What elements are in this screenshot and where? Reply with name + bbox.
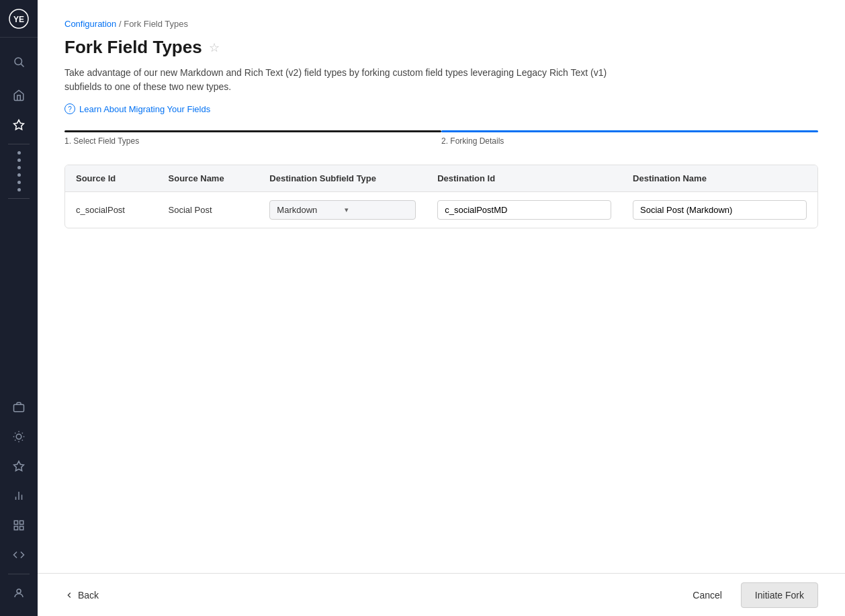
- dest-name-input[interactable]: [633, 200, 807, 220]
- sidebar-nav-dots: [17, 151, 21, 191]
- step-2-label: 2. Forking Details: [441, 136, 818, 146]
- svg-line-13: [15, 440, 15, 441]
- step-1: 1. Select Field Types: [64, 130, 441, 146]
- svg-rect-5: [14, 404, 24, 412]
- col-header-dest-name: Destination Name: [622, 165, 817, 192]
- sidebar-item-grid[interactable]: [5, 512, 32, 539]
- data-table: Source Id Source Name Destination Subfie…: [65, 165, 817, 228]
- svg-rect-19: [14, 521, 17, 524]
- sidebar-item-analytics[interactable]: [5, 482, 32, 509]
- table-body: c_socialPost Social Post Markdown ▾: [65, 192, 817, 228]
- sidebar-item-code[interactable]: [5, 541, 32, 568]
- learn-link[interactable]: ? Learn About Migrating Your Fields: [64, 103, 818, 114]
- cell-dest-subfield-type: Markdown ▾: [259, 192, 427, 228]
- page-area: Configuration / Fork Field Types Fork Fi…: [38, 0, 845, 573]
- footer-right: Cancel Initiate Fork: [682, 582, 818, 608]
- svg-text:YE: YE: [13, 15, 24, 24]
- table-head: Source Id Source Name Destination Subfie…: [65, 165, 817, 192]
- breadcrumb-parent-link[interactable]: Configuration: [64, 19, 116, 29]
- sidebar-item-stars[interactable]: [5, 453, 32, 480]
- svg-point-2: [15, 58, 22, 65]
- sidebar-item-lightbulb[interactable]: [5, 423, 32, 450]
- step-2: 2. Forking Details: [441, 130, 818, 146]
- cancel-button[interactable]: Cancel: [682, 584, 733, 606]
- svg-rect-22: [20, 527, 24, 530]
- favorite-star-icon[interactable]: ☆: [209, 40, 220, 55]
- breadcrumb-separator: /: [119, 19, 122, 29]
- svg-point-6: [16, 434, 21, 439]
- dest-subfield-type-select[interactable]: Markdown ▾: [269, 200, 416, 220]
- page-header: Fork Field Types ☆: [64, 37, 818, 58]
- sidebar-divider-1: [8, 144, 30, 144]
- sidebar-logo[interactable]: YE: [0, 0, 38, 38]
- cell-source-name: Social Post: [158, 192, 259, 228]
- page-description: Take advantage of our new Markdown and R…: [64, 66, 615, 94]
- svg-marker-15: [14, 461, 24, 471]
- cell-dest-id: [427, 192, 622, 228]
- svg-point-23: [17, 589, 21, 593]
- svg-line-9: [15, 433, 15, 433]
- sidebar-divider-3: [8, 574, 30, 574]
- sidebar-item-briefcase[interactable]: [5, 394, 32, 421]
- data-table-container: Source Id Source Name Destination Subfie…: [64, 165, 818, 228]
- col-header-dest-subfield-type: Destination Subfield Type: [259, 165, 427, 192]
- col-header-source-id: Source Id: [65, 165, 158, 192]
- svg-line-3: [21, 64, 24, 67]
- step-1-bar: [64, 130, 441, 132]
- svg-rect-20: [20, 521, 24, 524]
- main-content: Configuration / Fork Field Types Fork Fi…: [38, 0, 845, 616]
- steps-container: 1. Select Field Types 2. Forking Details: [64, 130, 818, 146]
- dest-subfield-type-value: Markdown: [277, 205, 341, 215]
- svg-marker-4: [14, 120, 24, 130]
- sidebar-item-api[interactable]: [5, 112, 32, 138]
- cell-dest-name: [622, 192, 817, 228]
- learn-link-label: Learn About Migrating Your Fields: [79, 104, 210, 114]
- learn-link-icon: ?: [64, 103, 75, 114]
- cell-source-id: c_socialPost: [65, 192, 158, 228]
- step-2-bar: [441, 130, 818, 132]
- svg-rect-21: [14, 527, 17, 530]
- dest-id-input[interactable]: [437, 200, 611, 220]
- page-footer: Back Cancel Initiate Fork: [38, 573, 845, 616]
- svg-line-14: [22, 433, 23, 433]
- svg-line-10: [22, 440, 23, 441]
- col-header-source-name: Source Name: [158, 165, 259, 192]
- col-header-dest-id: Destination Id: [427, 165, 622, 192]
- chevron-down-icon: ▾: [345, 206, 408, 214]
- initiate-fork-button[interactable]: Initiate Fork: [741, 582, 818, 608]
- back-chevron-icon: [64, 590, 74, 600]
- sidebar: YE: [0, 0, 38, 616]
- breadcrumb-current: Fork Field Types: [124, 19, 188, 29]
- page-title: Fork Field Types: [64, 37, 202, 58]
- back-button[interactable]: Back: [64, 584, 99, 606]
- step-1-label: 1. Select Field Types: [64, 136, 441, 146]
- sidebar-item-user[interactable]: [5, 580, 32, 607]
- sidebar-item-home[interactable]: [5, 82, 32, 109]
- table-row: c_socialPost Social Post Markdown ▾: [65, 192, 817, 228]
- sidebar-bottom: [5, 392, 32, 616]
- breadcrumb: Configuration / Fork Field Types: [64, 19, 818, 29]
- sidebar-divider-2: [8, 198, 30, 199]
- back-button-label: Back: [78, 590, 99, 601]
- sidebar-item-search[interactable]: [5, 48, 32, 75]
